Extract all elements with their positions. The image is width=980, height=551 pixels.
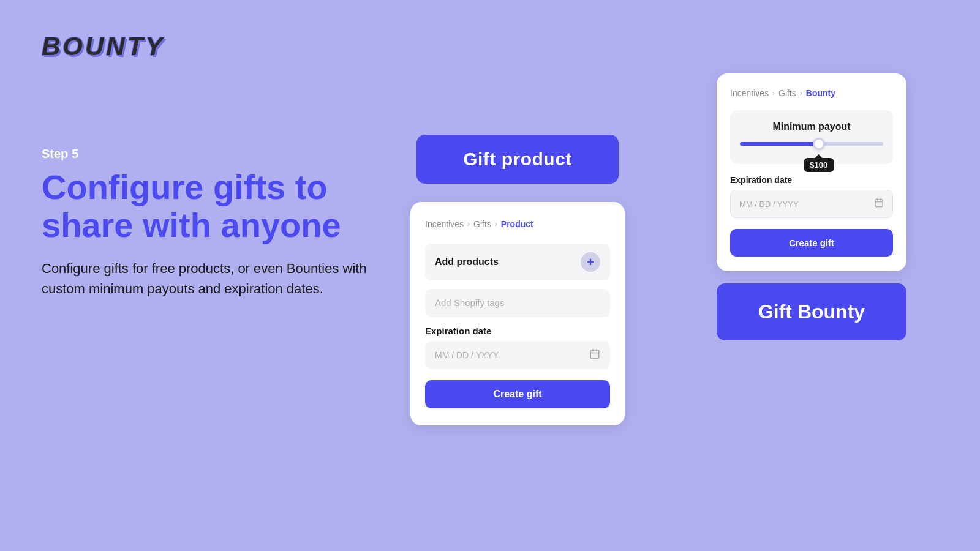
gift-bounty-button[interactable]: Gift Bounty xyxy=(717,283,907,340)
create-gift-label-right: Create gift xyxy=(789,238,834,248)
expiration-card-section: Expiration date MM / DD / YYYY xyxy=(730,175,893,218)
expiration-label: Expiration date xyxy=(425,326,610,336)
breadcrumb-gifts: Gifts xyxy=(473,219,491,229)
bounty-sep-1: › xyxy=(772,89,775,97)
svg-rect-4 xyxy=(875,200,883,207)
slider-track xyxy=(740,142,883,146)
slider-fill xyxy=(740,142,819,146)
shopify-tags-row[interactable]: Add Shopify tags xyxy=(425,289,610,317)
shopify-tags-placeholder: Add Shopify tags xyxy=(435,298,504,308)
bounty-breadcrumb-gifts: Gifts xyxy=(778,88,796,98)
plus-icon: + xyxy=(587,256,594,268)
expiration-card-label: Expiration date xyxy=(730,175,893,185)
add-products-row[interactable]: Add products + xyxy=(425,244,610,280)
step-label: Step 5 xyxy=(42,147,372,161)
gift-product-button[interactable]: Gift product xyxy=(417,135,619,184)
payout-title: Minimum payout xyxy=(740,121,883,132)
right-panel: Incentives › Gifts › Bounty Minimum payo… xyxy=(717,73,907,340)
form-breadcrumb: Incentives › Gifts › Product xyxy=(425,219,610,229)
bounty-form-card: Incentives › Gifts › Bounty Minimum payo… xyxy=(717,73,907,271)
create-gift-button-right[interactable]: Create gift xyxy=(730,229,893,257)
date-placeholder-card: MM / DD / YYYY xyxy=(739,200,799,209)
bounty-breadcrumb-incentives: Incentives xyxy=(730,88,769,98)
date-input[interactable]: MM / DD / YYYY xyxy=(425,341,610,369)
create-gift-label: Create gift xyxy=(493,389,541,399)
breadcrumb-product: Product xyxy=(501,219,533,229)
breadcrumb-sep-1: › xyxy=(467,220,470,228)
calendar-icon xyxy=(589,348,600,362)
add-products-button[interactable]: + xyxy=(581,252,600,272)
logo: BOUNTY xyxy=(42,32,165,61)
slider-container[interactable]: $100 xyxy=(740,142,883,146)
form-card: Incentives › Gifts › Product Add product… xyxy=(410,202,625,425)
expiration-section: Expiration date MM / DD / YYYY xyxy=(425,326,610,369)
main-heading: Configure gifts to share with anyone xyxy=(42,168,372,244)
svg-rect-0 xyxy=(590,350,599,359)
slider-tooltip: $100 xyxy=(804,158,834,172)
bounty-breadcrumb-bounty: Bounty xyxy=(806,88,835,98)
left-content: Step 5 Configure gifts to share with any… xyxy=(42,147,372,299)
bounty-breadcrumb: Incentives › Gifts › Bounty xyxy=(730,88,893,98)
date-input-card[interactable]: MM / DD / YYYY xyxy=(730,190,893,218)
breadcrumb-incentives: Incentives xyxy=(425,219,464,229)
breadcrumb-sep-2: › xyxy=(495,220,497,228)
description: Configure gifts for free products, or ev… xyxy=(42,258,372,299)
logo-text: BOUNTY xyxy=(42,32,165,61)
gift-product-label: Gift product xyxy=(463,149,572,170)
gift-bounty-label: Gift Bounty xyxy=(758,301,865,323)
date-placeholder: MM / DD / YYYY xyxy=(435,350,499,360)
bounty-sep-2: › xyxy=(800,89,802,97)
add-products-label: Add products xyxy=(435,257,499,268)
calendar-icon-right xyxy=(874,198,884,210)
create-gift-button[interactable]: Create gift xyxy=(425,380,610,408)
slider-thumb[interactable] xyxy=(813,138,825,150)
payout-section: Minimum payout $100 xyxy=(730,110,893,164)
